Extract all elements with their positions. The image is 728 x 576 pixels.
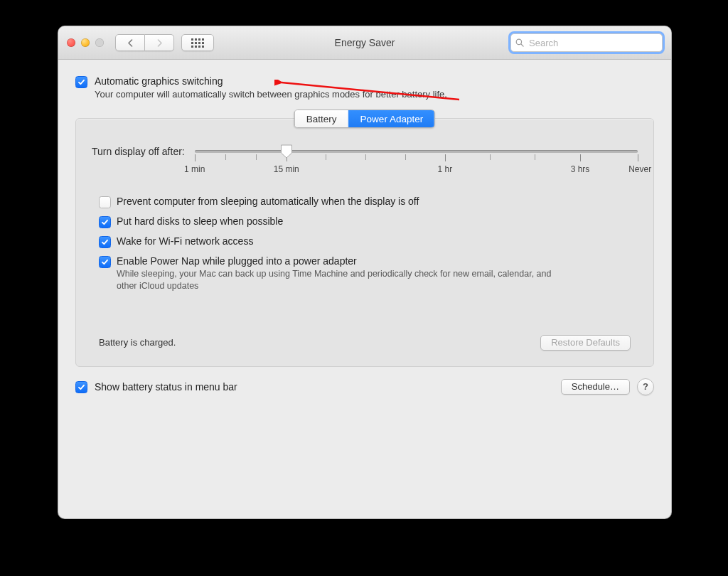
auto-graphics-desc: Your computer will automatically switch … <box>95 89 447 100</box>
schedule-button[interactable]: Schedule… <box>561 379 630 395</box>
display-sleep-slider[interactable]: 1 min 15 min 1 hr 3 hrs Never <box>195 146 638 180</box>
toolbar: Energy Saver <box>58 26 671 60</box>
power-panel: Battery Power Adapter Turn display off a… <box>75 118 654 367</box>
restore-defaults-button[interactable]: Restore Defaults <box>540 335 631 351</box>
nav-buttons <box>115 34 174 51</box>
search-field[interactable] <box>510 33 663 52</box>
opt-wake-wifi-checkbox[interactable] <box>99 236 111 248</box>
forward-button[interactable] <box>145 34 174 51</box>
opt-hdd-sleep-checkbox[interactable] <box>99 216 111 228</box>
tab-power-adapter[interactable]: Power Adapter <box>348 110 435 127</box>
help-button[interactable]: ? <box>637 378 654 395</box>
slider-track <box>195 150 638 153</box>
opt-wake-wifi: Wake for Wi-Fi network access <box>99 235 638 248</box>
close-icon[interactable] <box>67 38 75 47</box>
grid-icon <box>191 38 204 48</box>
show-menubar-checkbox[interactable] <box>75 381 87 393</box>
auto-graphics-checkbox[interactable] <box>75 76 87 88</box>
minimize-icon[interactable] <box>81 38 90 47</box>
opt-prevent-sleep-checkbox[interactable] <box>99 196 111 208</box>
zoom-icon <box>95 38 104 47</box>
back-button[interactable] <box>115 34 145 51</box>
opt-wake-wifi-label: Wake for Wi-Fi network access <box>117 235 253 247</box>
opt-power-nap: Enable Power Nap while plugged into a po… <box>99 255 638 292</box>
display-sleep-label: Turn display off after: <box>92 146 185 157</box>
window-controls <box>67 38 104 47</box>
help-icon: ? <box>643 381 648 392</box>
opt-prevent-sleep: Prevent computer from sleeping automatic… <box>99 196 638 208</box>
auto-graphics-label: Automatic graphics switching <box>95 75 447 87</box>
tab-segmented: Battery Power Adapter <box>294 110 435 128</box>
opt-prevent-sleep-label: Prevent computer from sleeping automatic… <box>117 196 419 207</box>
opt-power-nap-checkbox[interactable] <box>99 256 111 268</box>
prefs-window: Energy Saver Automatic graphics switchin… <box>58 26 672 519</box>
search-icon <box>515 38 524 47</box>
show-all-button[interactable] <box>181 34 214 51</box>
opt-hdd-sleep-label: Put hard disks to sleep when possible <box>117 215 283 227</box>
opt-power-nap-label: Enable Power Nap while plugged into a po… <box>117 255 557 267</box>
opt-hdd-sleep: Put hard disks to sleep when possible <box>99 215 638 228</box>
show-menubar-label: Show battery status in menu bar <box>95 381 237 393</box>
slider-thumb[interactable] <box>280 144 292 159</box>
tab-battery[interactable]: Battery <box>295 110 348 127</box>
search-input[interactable] <box>528 37 658 49</box>
battery-status: Battery is charged. <box>99 337 176 348</box>
options-list: Prevent computer from sleeping automatic… <box>92 196 638 292</box>
opt-power-nap-desc: While sleeping, your Mac can back up usi… <box>117 268 557 292</box>
svg-line-1 <box>521 44 523 46</box>
